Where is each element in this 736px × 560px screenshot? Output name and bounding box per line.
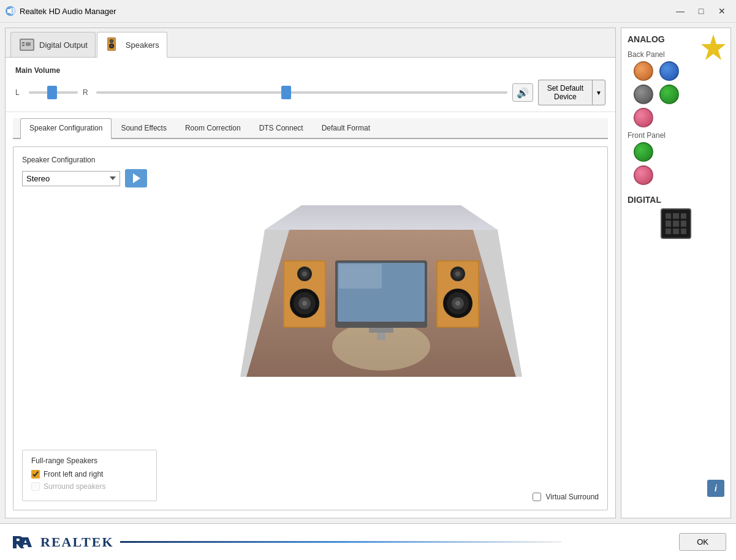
speaker-config-row: Speaker Configuration Stereo Quadraphoni… [22, 156, 599, 445]
tab-sound-effects[interactable]: Sound Effects [112, 118, 176, 138]
svg-marker-42 [701, 34, 726, 60]
svg-rect-37 [369, 328, 393, 333]
surround-checkbox[interactable] [31, 482, 40, 491]
volume-thumb[interactable] [281, 86, 291, 99]
config-left: Speaker Configuration Stereo Quadraphoni… [22, 156, 157, 445]
pin-2 [673, 213, 678, 219]
fullrange-section: Full-range Speakers Front left and right… [22, 450, 157, 501]
speaker-panel: Speaker Configuration Stereo Quadraphoni… [13, 146, 608, 510]
tab-dts-connect-label: DTS Connect [259, 124, 303, 132]
volume-controls: L R 🔊 Set DefaultDevice ▼ [15, 80, 605, 105]
device-tabs: Digital Output Speakers [6, 28, 615, 58]
left-channel-label: L [15, 88, 24, 97]
set-default-dropdown[interactable]: ▼ [592, 80, 605, 105]
tab-speakers[interactable]: Speakers [97, 32, 167, 58]
inner-tabs: Speaker Configuration Sound Effects Room… [13, 118, 608, 139]
tab-dts-connect[interactable]: DTS Connect [250, 118, 313, 138]
svg-point-13 [111, 45, 112, 47]
pin-1 [666, 213, 671, 219]
connector-pink[interactable] [634, 108, 653, 127]
tab-sound-effects-label: Sound Effects [121, 124, 167, 132]
window-title: Realtek HD Audio Manager [20, 7, 116, 16]
front-connector-row-2 [634, 165, 653, 185]
minimize-button[interactable]: — [671, 4, 689, 18]
svg-point-27 [302, 301, 307, 306]
speakers-icon [105, 36, 122, 53]
tab-default-format-label: Default Format [322, 124, 370, 132]
pin-3 [681, 213, 686, 219]
speaker-config-select[interactable]: Stereo Quadraphonic 5.1 Speaker 7.1 Spea… [22, 171, 120, 186]
connector-gray[interactable] [634, 85, 653, 104]
front-connector-pink[interactable] [634, 165, 653, 185]
mute-icon: 🔊 [517, 87, 529, 99]
config-select-row: Stereo Quadraphonic 5.1 Speaker 7.1 Spea… [22, 169, 157, 187]
speakers-label: Speakers [126, 40, 159, 50]
digital-title: DIGITAL [628, 195, 661, 205]
lr-thumb[interactable] [47, 86, 57, 99]
app-window: Realtek HD Audio Manager — □ ✕ [0, 0, 736, 560]
connector-green[interactable] [659, 85, 679, 104]
svg-rect-41 [339, 264, 382, 289]
pin-9 [681, 229, 686, 234]
close-button[interactable]: ✕ [713, 4, 731, 18]
realtek-logo-icon [10, 531, 34, 553]
tab-speaker-configuration[interactable]: Speaker Configuration [20, 118, 112, 139]
realtek-underline [120, 541, 561, 543]
connector-orange[interactable] [634, 61, 653, 81]
pin-8 [673, 229, 678, 234]
svg-point-23 [302, 271, 307, 276]
tab-default-format[interactable]: Default Format [313, 118, 379, 138]
pin-5 [673, 221, 678, 226]
surround-row: Surround speakers [31, 482, 148, 491]
svg-rect-38 [377, 333, 385, 340]
front-panel-label: Front Panel [628, 131, 666, 140]
tab-room-correction[interactable]: Room Correction [176, 118, 250, 138]
room-svg [228, 181, 534, 401]
left-panel: Digital Output Speakers [5, 28, 616, 518]
title-controls: — □ ✕ [671, 4, 731, 18]
config-section-label: Speaker Configuration [22, 156, 157, 164]
ok-button[interactable]: OK [679, 533, 726, 551]
back-panel-connectors [628, 61, 724, 127]
svg-marker-14 [265, 205, 498, 230]
analog-title: ANALOG [628, 34, 665, 44]
tab-digital-output[interactable]: Digital Output [10, 32, 96, 57]
virtual-surround-checkbox[interactable] [533, 493, 541, 501]
right-panel: ANALOG Back Panel Front Panel [621, 28, 731, 518]
badge-svg [701, 33, 726, 64]
lr-slider[interactable] [29, 91, 78, 94]
digital-port[interactable] [661, 208, 691, 239]
front-panel-connectors [628, 142, 724, 185]
svg-rect-4 [22, 42, 25, 44]
mute-button[interactable]: 🔊 [512, 83, 533, 102]
digital-output-icon [18, 36, 36, 53]
realtek-wordmark: REALTEK [40, 534, 114, 550]
front-lr-checkbox[interactable] [31, 470, 40, 479]
pin-7 [666, 229, 671, 234]
tab-room-correction-label: Room Correction [185, 124, 241, 132]
play-test-button[interactable] [125, 169, 147, 187]
connector-blue[interactable] [659, 61, 679, 81]
volume-slider[interactable] [96, 91, 507, 94]
set-default-button[interactable]: Set DefaultDevice [538, 80, 592, 105]
front-connector-row-1 [634, 142, 653, 162]
tab-content-area: Speaker Configuration Stereo Quadraphoni… [6, 139, 615, 518]
info-icon: i [715, 483, 717, 493]
main-content: Digital Output Speakers [0, 23, 736, 523]
svg-point-36 [455, 301, 460, 306]
maximize-button[interactable]: □ [692, 4, 710, 18]
title-bar-left: Realtek HD Audio Manager [5, 6, 116, 17]
right-channel-label: R [83, 88, 91, 97]
connector-row-3 [634, 108, 653, 127]
fullrange-title: Full-range Speakers [31, 456, 148, 465]
pin-4 [666, 221, 671, 226]
front-lr-label: Front left and right [44, 470, 103, 479]
surround-label: Surround speakers [44, 482, 105, 491]
connector-row-2 [634, 85, 679, 104]
front-connector-green[interactable] [634, 142, 653, 162]
volume-label: Main Volume [15, 66, 605, 75]
svg-rect-6 [26, 42, 31, 46]
info-button[interactable]: i [707, 480, 724, 497]
virtual-surround-row: Virtual Surround [533, 493, 599, 501]
tab-speaker-config-label: Speaker Configuration [29, 124, 102, 132]
